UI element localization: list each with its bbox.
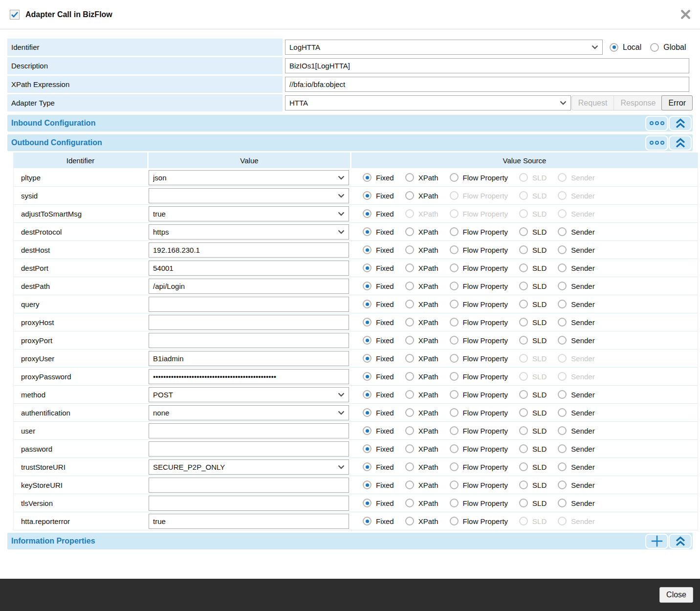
radio-flow-property[interactable] xyxy=(450,227,459,236)
radio-sender[interactable] xyxy=(558,245,567,254)
radio-flow-property[interactable] xyxy=(450,390,459,399)
radio-flow-property[interactable] xyxy=(450,300,459,308)
radio-sld[interactable] xyxy=(519,426,528,435)
radio-global[interactable] xyxy=(650,43,659,52)
source-option-fixed[interactable]: Fixed xyxy=(363,517,394,525)
source-option-xpath[interactable]: XPath xyxy=(405,480,438,489)
method-select[interactable]: POST xyxy=(149,387,349,402)
radio-sld[interactable] xyxy=(519,444,528,453)
radio-sld[interactable] xyxy=(519,282,528,290)
source-option-fixed[interactable]: Fixed xyxy=(363,191,394,200)
source-option-sender[interactable]: Sender xyxy=(558,390,594,399)
source-option-xpath[interactable]: XPath xyxy=(405,173,438,182)
radio-sld[interactable] xyxy=(519,390,528,399)
radio-fixed[interactable] xyxy=(363,209,372,218)
radio-flow-property[interactable] xyxy=(450,263,459,272)
radio-flow-property[interactable] xyxy=(450,426,459,435)
radio-sld[interactable] xyxy=(519,462,528,471)
radio-flow-property[interactable] xyxy=(450,462,459,471)
source-option-flow-property[interactable]: Flow Property xyxy=(450,444,508,453)
radio-fixed[interactable] xyxy=(363,336,372,345)
source-option-sender[interactable]: Sender xyxy=(558,462,594,471)
source-option-fixed[interactable]: Fixed xyxy=(363,263,394,272)
radio-sld[interactable] xyxy=(519,300,528,308)
source-option-fixed[interactable]: Fixed xyxy=(363,390,394,399)
close-button[interactable]: Close xyxy=(659,587,693,603)
source-option-flow-property[interactable]: Flow Property xyxy=(450,300,508,308)
radio-flow-property[interactable] xyxy=(450,372,459,381)
radio-flow-property[interactable] xyxy=(450,336,459,345)
close-icon[interactable] xyxy=(680,9,691,20)
source-option-flow-property[interactable]: Flow Property xyxy=(450,173,508,182)
source-option-sld[interactable]: SLD xyxy=(519,444,547,453)
description-input[interactable] xyxy=(285,58,689,73)
source-option-sld[interactable]: SLD xyxy=(519,390,547,399)
proxyport-input[interactable] xyxy=(149,333,349,348)
source-option-xpath[interactable]: XPath xyxy=(405,318,438,327)
source-option-sender[interactable]: Sender xyxy=(558,300,594,308)
source-option-fixed[interactable]: Fixed xyxy=(363,209,394,218)
radio-fixed[interactable] xyxy=(363,462,372,471)
radio-xpath[interactable] xyxy=(405,390,414,399)
source-option-xpath[interactable]: XPath xyxy=(405,372,438,381)
information-collapse-button[interactable] xyxy=(669,534,692,549)
outbound-more-options-button[interactable] xyxy=(645,135,668,151)
source-option-sender[interactable]: Sender xyxy=(558,282,594,290)
radio-sender[interactable] xyxy=(558,480,567,489)
radio-flow-property[interactable] xyxy=(450,499,459,507)
source-option-xpath[interactable]: XPath xyxy=(405,390,438,399)
source-option-sld[interactable]: SLD xyxy=(519,462,547,471)
radio-flow-property[interactable] xyxy=(450,318,459,327)
source-option-sender[interactable]: Sender xyxy=(558,227,594,236)
radio-sender[interactable] xyxy=(558,462,567,471)
source-option-sld[interactable]: SLD xyxy=(519,245,547,254)
source-option-flow-property[interactable]: Flow Property xyxy=(450,408,508,417)
radio-flow-property[interactable] xyxy=(450,480,459,489)
source-option-xpath[interactable]: XPath xyxy=(405,245,438,254)
source-option-sld[interactable]: SLD xyxy=(519,227,547,236)
radio-fixed[interactable] xyxy=(363,408,372,417)
source-option-sender[interactable]: Sender xyxy=(558,408,594,417)
source-option-xpath[interactable]: XPath xyxy=(405,408,438,417)
desthost-input[interactable] xyxy=(149,242,349,258)
radio-xpath[interactable] xyxy=(405,227,414,236)
source-option-sld[interactable]: SLD xyxy=(519,300,547,308)
add-property-button[interactable] xyxy=(645,534,668,549)
radio-fixed[interactable] xyxy=(363,191,372,200)
proxyuser-input[interactable] xyxy=(149,351,349,366)
radio-sld[interactable] xyxy=(519,227,528,236)
xpath-input[interactable] xyxy=(285,77,689,92)
radio-xpath[interactable] xyxy=(405,426,414,435)
source-option-xpath[interactable]: XPath xyxy=(405,462,438,471)
source-option-flow-property[interactable]: Flow Property xyxy=(450,336,508,345)
source-option-sld[interactable]: SLD xyxy=(519,499,547,507)
source-option-fixed[interactable]: Fixed xyxy=(363,245,394,254)
source-option-sld[interactable]: SLD xyxy=(519,318,547,327)
radio-fixed[interactable] xyxy=(363,444,372,453)
radio-flow-property[interactable] xyxy=(450,173,459,182)
source-option-flow-property[interactable]: Flow Property xyxy=(450,480,508,489)
source-option-xpath[interactable]: XPath xyxy=(405,499,438,507)
radio-flow-property[interactable] xyxy=(450,354,459,363)
radio-fixed[interactable] xyxy=(363,173,372,182)
sysid-select[interactable] xyxy=(149,188,349,203)
source-option-fixed[interactable]: Fixed xyxy=(363,462,394,471)
source-option-fixed[interactable]: Fixed xyxy=(363,173,394,182)
source-option-xpath[interactable]: XPath xyxy=(405,426,438,435)
radio-fixed[interactable] xyxy=(363,390,372,399)
radio-sld[interactable] xyxy=(519,408,528,417)
query-input[interactable] xyxy=(149,297,349,312)
source-option-flow-property[interactable]: Flow Property xyxy=(450,499,508,507)
radio-sld[interactable] xyxy=(519,480,528,489)
source-option-xpath[interactable]: XPath xyxy=(405,282,438,290)
dialog-enabled-checkbox[interactable] xyxy=(10,10,20,20)
destprotocol-select[interactable]: https xyxy=(149,224,349,240)
radio-sld[interactable] xyxy=(519,263,528,272)
source-option-sld[interactable]: SLD xyxy=(519,263,547,272)
radio-xpath[interactable] xyxy=(405,517,414,525)
message-error-button[interactable]: Error xyxy=(661,95,693,110)
radio-sld[interactable] xyxy=(519,336,528,345)
source-option-sender[interactable]: Sender xyxy=(558,426,594,435)
radio-xpath[interactable] xyxy=(405,245,414,254)
radio-sld[interactable] xyxy=(519,499,528,507)
